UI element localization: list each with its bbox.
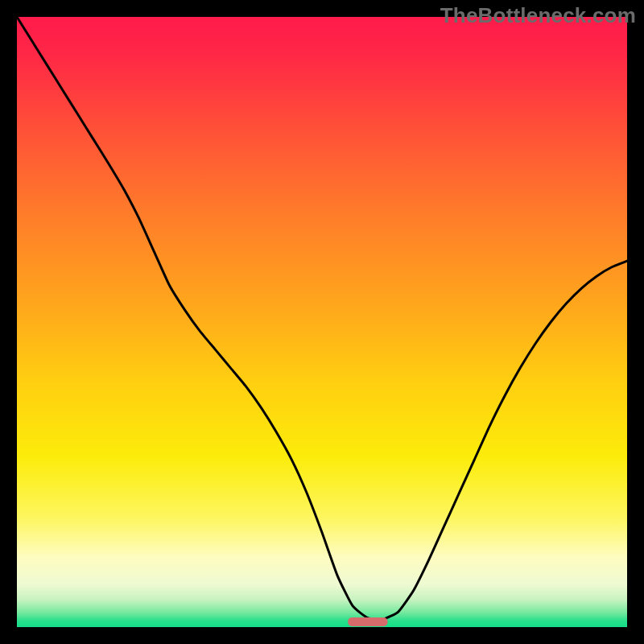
watermark-text: TheBottleneck.com bbox=[440, 3, 636, 28]
optimal-marker bbox=[348, 617, 387, 626]
bottleneck-chart bbox=[17, 17, 627, 627]
chart-frame: TheBottleneck.com bbox=[0, 0, 644, 644]
